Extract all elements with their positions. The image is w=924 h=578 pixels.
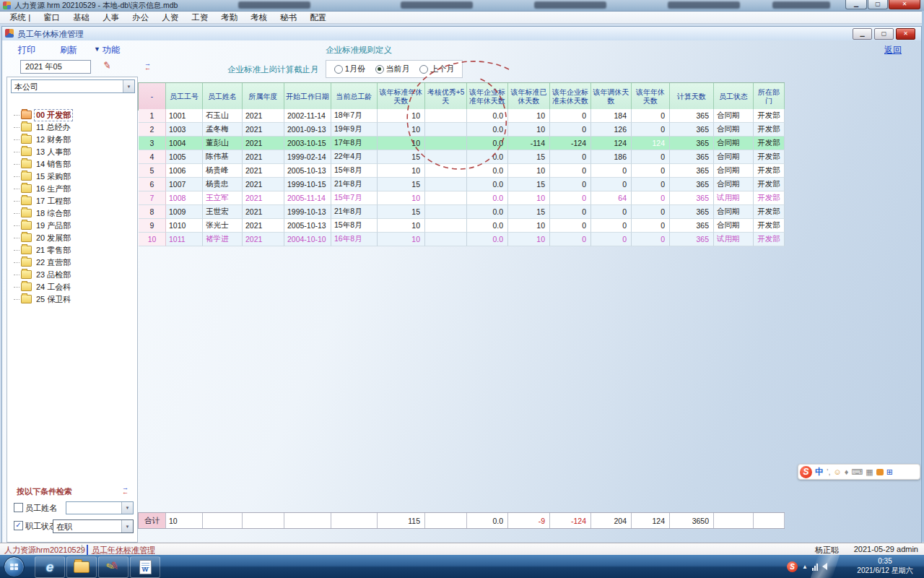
column-header[interactable]: 员工状态 xyxy=(714,83,754,110)
table-cell[interactable]: 开发部 xyxy=(754,233,785,246)
table-cell[interactable]: 15 xyxy=(508,150,550,164)
table-cell[interactable]: 0.0 xyxy=(467,205,508,219)
table-cell[interactable]: 21年8月 xyxy=(331,205,378,219)
table-cell[interactable]: 365 xyxy=(670,123,714,137)
table-cell[interactable] xyxy=(425,191,467,205)
table-cell[interactable]: 开发部 xyxy=(754,191,785,205)
maximize-button[interactable]: ▢ xyxy=(868,0,888,9)
table-cell[interactable]: 3 xyxy=(139,137,166,150)
table-cell[interactable]: 365 xyxy=(670,219,714,233)
column-header[interactable]: 考核优秀+5天 xyxy=(425,83,467,110)
table-cell[interactable]: 1005 xyxy=(166,150,203,164)
table-cell[interactable]: 0 xyxy=(550,150,591,164)
table-cell[interactable] xyxy=(425,178,467,191)
table-cell[interactable]: 0 xyxy=(550,123,591,137)
menu-item[interactable]: 人资 xyxy=(155,12,185,23)
table-cell[interactable]: 0 xyxy=(632,123,670,137)
taskbar-clock[interactable]: 0:35 2021/6/12 星期六 xyxy=(850,556,920,575)
table-cell[interactable] xyxy=(425,233,467,246)
refresh-button[interactable]: 刷新 xyxy=(60,44,77,56)
table-row[interactable]: 21003孟冬梅20212001-09-1319年9月100.010012603… xyxy=(139,123,785,137)
column-header[interactable]: 当前总工龄 xyxy=(331,83,378,110)
network-icon[interactable] xyxy=(812,563,818,571)
ime-emoji-icon[interactable]: ☺ xyxy=(834,468,842,476)
table-cell[interactable] xyxy=(425,219,467,233)
table-cell[interactable]: 2001-09-13 xyxy=(284,123,331,137)
table-cell[interactable]: 0 xyxy=(632,205,670,219)
table-cell[interactable]: 10 xyxy=(378,109,425,123)
column-header[interactable]: 该年调休天数 xyxy=(591,83,632,110)
tree-item-14[interactable]: 14 销售部 xyxy=(14,158,72,170)
table-cell[interactable]: 2021 xyxy=(243,150,284,164)
table-cell[interactable]: 7 xyxy=(139,191,166,205)
company-select[interactable]: 本公司 ▼ xyxy=(11,79,135,93)
module-restore-button[interactable]: ▢ xyxy=(874,28,894,40)
table-cell[interactable]: -114 xyxy=(508,137,550,150)
tree-item-18[interactable]: 18 综合部 xyxy=(14,207,72,219)
function-button[interactable]: 功能 xyxy=(103,44,120,56)
table-cell[interactable]: 合同期 xyxy=(714,137,754,150)
tree-item-21[interactable]: 21 零售部 xyxy=(14,244,72,256)
table-cell[interactable]: 2021 xyxy=(243,191,284,205)
table-cell[interactable]: 365 xyxy=(670,109,714,123)
table-cell[interactable]: 0 xyxy=(550,164,591,178)
table-cell[interactable]: 2021 xyxy=(243,219,284,233)
tree-item-22[interactable]: 22 直营部 xyxy=(14,256,72,268)
table-cell[interactable]: 184 xyxy=(591,109,632,123)
table-cell[interactable]: 试用期 xyxy=(714,191,754,205)
table-cell[interactable]: 1011 xyxy=(166,233,203,246)
employee-status-checkbox[interactable]: ✓ xyxy=(14,521,23,530)
table-cell[interactable]: 15 xyxy=(378,150,425,164)
module-minimize-button[interactable]: ▁ xyxy=(853,28,872,40)
ime-mic-icon[interactable]: ♦ xyxy=(845,468,849,476)
tree-item-23[interactable]: 23 品检部 xyxy=(14,269,72,280)
table-row[interactable]: 31004董彭山20212003-10-1517年8月100.0-114-124… xyxy=(139,137,785,150)
menu-item[interactable]: 人事 xyxy=(96,12,126,23)
table-cell[interactable]: 10 xyxy=(378,123,425,137)
table-cell[interactable]: 陈伟基 xyxy=(203,150,243,164)
tray-expand-icon[interactable]: ▲ xyxy=(802,564,808,570)
table-cell[interactable]: 0.0 xyxy=(467,233,508,246)
table-cell[interactable]: 0 xyxy=(632,150,670,164)
table-cell[interactable]: 15 xyxy=(508,205,550,219)
cutoff-radio-option[interactable]: 上个月 xyxy=(419,64,454,74)
table-cell[interactable]: 10 xyxy=(378,164,425,178)
start-button[interactable] xyxy=(4,556,25,577)
table-cell[interactable]: 2021 xyxy=(243,109,284,123)
table-cell[interactable]: 杨贵峰 xyxy=(203,164,243,178)
table-cell[interactable]: 10 xyxy=(508,219,550,233)
table-cell[interactable]: 0 xyxy=(632,178,670,191)
table-cell[interactable]: 2 xyxy=(139,123,166,137)
print-button[interactable]: 打印 xyxy=(18,44,35,56)
column-header[interactable]: 员工姓名 xyxy=(203,83,243,110)
table-cell[interactable]: 2021 xyxy=(243,205,284,219)
table-cell[interactable]: 365 xyxy=(670,178,714,191)
table-cell[interactable]: 365 xyxy=(670,191,714,205)
table-cell[interactable]: 杨贵忠 xyxy=(203,178,243,191)
table-cell[interactable]: 2002-11-14 xyxy=(284,109,331,123)
column-header[interactable]: 该年标准已休天数 xyxy=(508,83,550,110)
statusbar-tab-module[interactable]: 员工年休标准管理 xyxy=(87,545,155,556)
table-cell[interactable]: 2021 xyxy=(243,137,284,150)
search-refresh-icon[interactable]: →← xyxy=(122,486,132,495)
table-cell[interactable]: 186 xyxy=(591,150,632,164)
table-cell[interactable]: 合同期 xyxy=(714,150,754,164)
table-cell[interactable]: 0.0 xyxy=(467,219,508,233)
table-cell[interactable]: 365 xyxy=(670,233,714,246)
column-header[interactable]: 该年标准年休天数 xyxy=(378,83,425,110)
table-cell[interactable]: 褚学进 xyxy=(203,233,243,246)
table-cell[interactable]: 16年8月 xyxy=(331,233,378,246)
cutoff-radio-option[interactable]: 1月份 xyxy=(334,64,365,74)
table-cell[interactable]: 10 xyxy=(378,137,425,150)
table-cell[interactable] xyxy=(425,109,467,123)
table-cell[interactable]: 19年9月 xyxy=(331,123,378,137)
table-cell[interactable]: 0 xyxy=(591,178,632,191)
table-cell[interactable] xyxy=(425,205,467,219)
table-cell[interactable]: 0 xyxy=(632,233,670,246)
table-cell[interactable]: 8 xyxy=(139,205,166,219)
table-cell[interactable] xyxy=(425,137,467,150)
cutoff-radio-option[interactable]: 当前月 xyxy=(375,64,410,74)
table-cell[interactable]: 365 xyxy=(670,164,714,178)
table-cell[interactable]: 1008 xyxy=(166,191,203,205)
table-cell[interactable]: 10 xyxy=(508,109,550,123)
